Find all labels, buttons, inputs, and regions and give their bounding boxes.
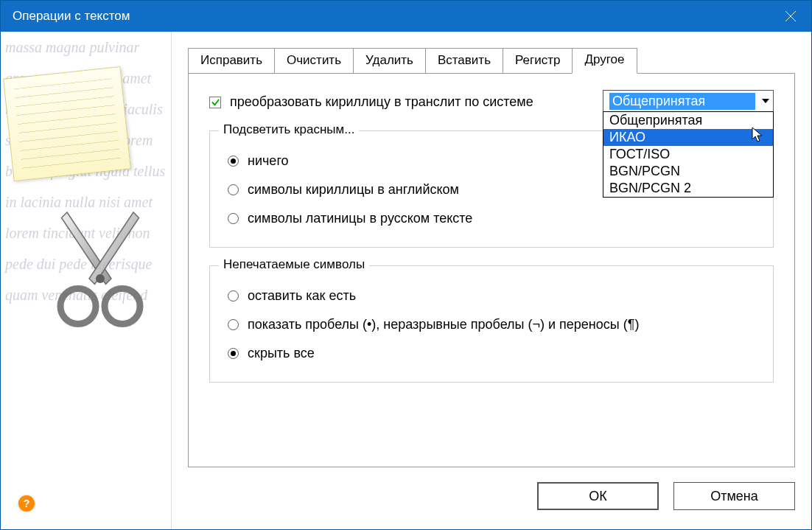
tab-insert[interactable]: Вставить	[425, 48, 503, 74]
main-panel: Исправить Очистить Удалить Вставить Реги…	[172, 32, 811, 529]
radio-label: символы латиницы в русском тексте	[248, 211, 472, 226]
radio-label: показать пробелы (•), неразрывные пробел…	[248, 317, 639, 332]
nonprint-option-keep[interactable]: оставить как есть	[223, 282, 760, 311]
tab-panel-other: Общепринятая Общепринятая ИКАО ГОСТ/ISO …	[188, 73, 795, 467]
nonprint-option-hide[interactable]: скрыть все	[223, 340, 760, 369]
option-label: ИКАО	[609, 130, 645, 144]
option-label: ГОСТ/ISO	[609, 147, 670, 161]
chevron-down-icon	[755, 97, 770, 105]
radio-button[interactable]	[228, 290, 239, 301]
tab-fix[interactable]: Исправить	[188, 48, 275, 74]
note-illustration	[3, 66, 131, 181]
translit-checkbox-label: преобразовать кириллицу в транслит по си…	[230, 94, 533, 110]
ok-button[interactable]: ОК	[537, 482, 659, 510]
translit-option[interactable]: BGN/PCGN	[603, 163, 773, 180]
svg-point-3	[105, 289, 140, 324]
radio-button[interactable]	[228, 213, 239, 224]
translit-option[interactable]: ИКАО	[603, 129, 773, 146]
scissors-icon	[45, 201, 155, 334]
translit-option[interactable]: BGN/PCGN 2	[603, 180, 773, 197]
sidebar: massa magna pulvinar arcu nunc ullam sit…	[1, 32, 172, 529]
close-icon	[785, 10, 797, 22]
radio-button[interactable]	[228, 319, 239, 330]
radio-label: скрыть все	[248, 346, 315, 361]
translit-system-dropdown[interactable]: Общепринятая ИКАО ГОСТ/ISO BGN/PCGN BGN/…	[603, 111, 774, 198]
cancel-button[interactable]: Отмена	[673, 482, 795, 510]
dialog-body: massa magna pulvinar arcu nunc ullam sit…	[1, 32, 811, 529]
button-label: Отмена	[710, 489, 758, 504]
translit-system-combo[interactable]: Общепринятая	[603, 90, 774, 112]
nonprintable-groupbox: Непечатаемые символы оставить как есть п…	[209, 265, 774, 383]
tab-label: Вставить	[438, 53, 491, 67]
option-label: BGN/PCGN 2	[609, 181, 691, 195]
svg-point-4	[96, 274, 105, 283]
radio-button[interactable]	[228, 184, 239, 195]
tab-other[interactable]: Другое	[572, 48, 637, 74]
tab-clean[interactable]: Очистить	[274, 48, 354, 74]
dialog-buttons: ОК Отмена	[188, 482, 795, 510]
highlight-legend: Подсветить красным...	[219, 122, 359, 137]
tab-label: Другое	[584, 52, 624, 66]
nonprintable-legend: Непечатаемые символы	[219, 257, 369, 272]
check-icon	[211, 97, 220, 107]
tab-label: Регистр	[515, 53, 560, 67]
radio-button[interactable]	[228, 348, 239, 359]
nonprint-option-show[interactable]: показать пробелы (•), неразрывные пробел…	[223, 311, 760, 340]
highlight-option-latin[interactable]: символы латиницы в русском тексте	[223, 205, 760, 234]
tab-delete[interactable]: Удалить	[353, 48, 426, 74]
option-label: Общепринятая	[609, 113, 702, 128]
radio-label: ничего	[248, 153, 289, 169]
close-button[interactable]	[770, 1, 811, 32]
svg-marker-5	[762, 99, 769, 103]
combo-selected-value: Общепринятая	[609, 93, 755, 110]
option-label: BGN/PCGN	[609, 164, 680, 178]
tab-label: Удалить	[365, 53, 413, 67]
titlebar: Операции с текстом	[1, 1, 811, 32]
window-title: Операции с текстом	[13, 9, 130, 24]
tab-strip: Исправить Очистить Удалить Вставить Реги…	[188, 48, 795, 74]
radio-label: символы кириллицы в английском	[248, 182, 459, 198]
radio-button[interactable]	[228, 156, 239, 167]
help-button[interactable]: ?	[18, 495, 35, 512]
translit-checkbox[interactable]	[209, 97, 221, 108]
translit-option[interactable]: ГОСТ/ISO	[603, 146, 773, 163]
dialog-window: Операции с текстом massa magna pulvinar …	[0, 0, 812, 530]
tab-label: Очистить	[287, 53, 341, 67]
radio-label: оставить как есть	[248, 288, 356, 304]
svg-point-2	[60, 289, 96, 324]
tab-label: Исправить	[200, 53, 262, 67]
translit-option[interactable]: Общепринятая	[603, 112, 773, 129]
tab-case[interactable]: Регистр	[503, 48, 573, 74]
button-label: ОК	[589, 489, 607, 504]
